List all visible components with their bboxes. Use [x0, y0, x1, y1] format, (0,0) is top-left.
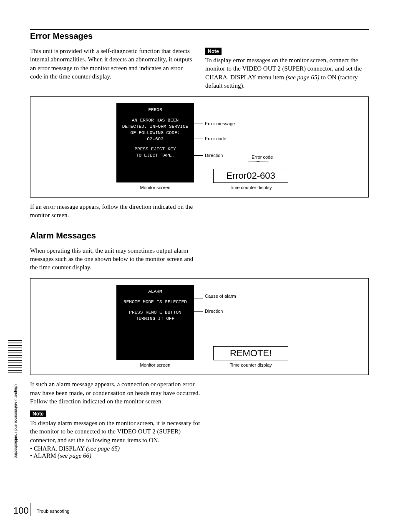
callout-error-code-2: Error code [252, 155, 273, 160]
side-decoration [8, 340, 22, 375]
mon-line: TURNING IT OFF [117, 316, 194, 322]
list-item: ALARM (see page 66) [30, 452, 369, 459]
tc-caption: Time counter display [213, 185, 288, 190]
mon-line: DETECTED. INFORM SERVICE [117, 124, 194, 130]
time-counter-box: REMOTE! [213, 346, 288, 360]
mon-line: REMOTE MODE IS SELECTED [117, 299, 194, 305]
callout-cause: Cause of alarm [205, 294, 236, 299]
alarm-followup: If such an alarm message appears, a conn… [30, 380, 201, 405]
alarm-diagram: ALARM REMOTE MODE IS SELECTED PRESS REMO… [30, 278, 369, 375]
page-number: 100 [13, 505, 29, 516]
bullet-ref: (see page 65) [86, 445, 120, 452]
leader [191, 299, 203, 299]
error-followup: If an error message appears, follow the … [30, 203, 201, 220]
callout-direction: Direction [205, 309, 223, 314]
note-ref: (see page 65) [286, 74, 320, 81]
heading-alarm-messages: Alarm Messages [30, 231, 369, 241]
mon-line: PRESS REMOTE BUTTON [117, 309, 194, 316]
monitor-screen-alarm: ALARM REMOTE MODE IS SELECTED PRESS REMO… [116, 285, 194, 360]
side-chapter-label: Chapter 6 Maintenance and Troubleshootin… [14, 384, 18, 459]
alarm-note-body: To display alarm messages on the monitor… [30, 419, 201, 444]
section-rule [30, 29, 369, 30]
leader [181, 311, 203, 312]
mon-line: OF FOLLOWING CODE: [117, 130, 194, 136]
monitor-caption: Monitor screen [116, 362, 194, 367]
leader [190, 124, 203, 124]
monitor-caption: Monitor screen [116, 185, 194, 190]
monitor-screen-error: ERROR AN ERROR HAS BEEN DETECTED. INFORM… [116, 103, 194, 182]
alarm-note-bullets: CHARA. DISPLAY (see page 65) ALARM (see … [30, 445, 369, 459]
leader [164, 139, 203, 139]
note-label: Note [205, 48, 222, 55]
tc-caption: Time counter display [213, 362, 288, 367]
heading-error-messages: Error Messages [30, 31, 369, 41]
callout-error-code: Error code [205, 136, 226, 142]
error-note-body: To display error messages on the monitor… [205, 56, 369, 90]
bullet-text: ALARM [33, 452, 58, 459]
time-counter-box: Error02-603 [213, 169, 288, 183]
mon-line: AN ERROR HAS BEEN [117, 117, 194, 124]
callout-direction: Direction [205, 153, 223, 158]
error-intro: This unit is provided with a self-diagno… [30, 47, 194, 81]
mon-line: ALARM [117, 289, 194, 295]
footer-rule [30, 503, 30, 516]
bullet-text: CHARA. DISPLAY [34, 445, 86, 452]
tc-value: Error02-603 [226, 170, 275, 181]
alarm-intro: When operating this unit, the unit may s… [30, 246, 201, 272]
mon-line: ERROR [117, 107, 194, 113]
list-item: CHARA. DISPLAY (see page 65) [30, 445, 369, 452]
error-diagram: ERROR AN ERROR HAS BEEN DETECTED. INFORM… [30, 96, 369, 198]
note-label: Note [30, 410, 46, 417]
brace-icon: ⏞ [248, 161, 269, 167]
mon-line: PRESS EJECT KEY [117, 146, 194, 152]
bullet-ref: (see page 66) [58, 452, 91, 459]
section-rule [30, 229, 369, 229]
callout-error-message: Error message [205, 121, 235, 127]
footer-section: Troubleshooting [37, 509, 69, 514]
tc-value: REMOTE! [230, 348, 272, 358]
leader [176, 155, 203, 156]
